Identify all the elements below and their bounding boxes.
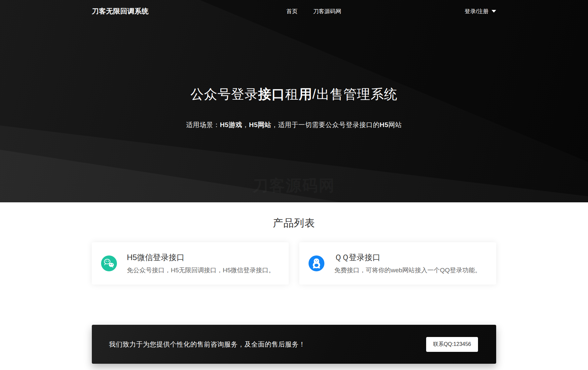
hero-title-segment: /出售管理系统 bbox=[312, 87, 397, 101]
hero-title-segment: 租 bbox=[285, 87, 299, 101]
nav-item-source-site[interactable]: 刀客源码网 bbox=[313, 8, 341, 15]
hero-subtitle-segment: ， bbox=[242, 121, 249, 128]
product-card-qq[interactable]: ＱＱ登录接口 免费接口，可将你的web网站接入一个QQ登录功能。 bbox=[299, 242, 496, 285]
nav-item-home[interactable]: 首页 bbox=[286, 8, 298, 15]
products-section: 产品列表 H5微信登录接口 免公众号接口，H5无限回调接口，H5微信登录接 bbox=[0, 202, 588, 364]
wechat-icon bbox=[101, 255, 117, 271]
hero-subtitle-segment: H5游戏 bbox=[220, 121, 242, 128]
chevron-down-icon bbox=[492, 10, 496, 13]
hero-title-segment: 用 bbox=[299, 87, 312, 101]
product-card-desc: 免费接口，可将你的web网站接入一个QQ登录功能。 bbox=[334, 266, 481, 275]
background-watermark: 刀客源码网 bbox=[253, 175, 335, 196]
card-text: H5微信登录接口 免公众号接口，H5无限回调接口，H5微信登录接口。 bbox=[127, 252, 275, 275]
hero-subtitle-segment: 适用场景： bbox=[186, 121, 220, 128]
products-heading: 产品列表 bbox=[0, 216, 588, 230]
qq-icon bbox=[309, 255, 324, 271]
contact-qq-button[interactable]: 联系QQ:123456 bbox=[426, 337, 478, 352]
hero-subtitle-segment: ，适用于一切需要公众号登录接口的 bbox=[271, 121, 380, 128]
product-card-title: ＱＱ登录接口 bbox=[334, 252, 481, 263]
site-logo[interactable]: 刀客无限回调系统 bbox=[92, 7, 149, 16]
login-register-label: 登录/注册 bbox=[464, 8, 489, 15]
hero-title: 公众号登录接口租用/出售管理系统 bbox=[0, 85, 588, 103]
hero-subtitle: 适用场景：H5游戏，H5网站，适用于一切需要公众号登录接口的H5网站 bbox=[0, 120, 588, 129]
hero-content: 公众号登录接口租用/出售管理系统 适用场景：H5游戏，H5网站，适用于一切需要公… bbox=[0, 22, 588, 129]
hero-subtitle-segment: H5 bbox=[380, 121, 388, 128]
product-card-desc: 免公众号接口，H5无限回调接口，H5微信登录接口。 bbox=[127, 266, 275, 275]
hero-title-segment: 公众号登录 bbox=[190, 87, 258, 101]
card-text: ＱＱ登录接口 免费接口，可将你的web网站接入一个QQ登录功能。 bbox=[334, 252, 481, 275]
contact-banner: 我们致力于为您提供个性化的售前咨询服务，及全面的售后服务！ 联系QQ:12345… bbox=[92, 325, 496, 364]
product-card-wechat[interactable]: H5微信登录接口 免公众号接口，H5无限回调接口，H5微信登录接口。 bbox=[92, 242, 289, 285]
product-cards: H5微信登录接口 免公众号接口，H5无限回调接口，H5微信登录接口。 ＱＱ登录接… bbox=[92, 242, 496, 285]
hero-subtitle-segment: 网站 bbox=[388, 121, 402, 128]
main-nav: 首页 刀客源码网 bbox=[286, 8, 341, 15]
hero-section: 刀客无限回调系统 首页 刀客源码网 登录/注册 公众号登录接口租用/出售管理系统… bbox=[0, 0, 588, 202]
top-navbar: 刀客无限回调系统 首页 刀客源码网 登录/注册 bbox=[0, 0, 588, 22]
hero-title-segment: 接口 bbox=[258, 87, 285, 101]
product-card-title: H5微信登录接口 bbox=[127, 252, 275, 263]
hero-subtitle-segment: H5网站 bbox=[249, 121, 272, 128]
contact-message: 我们致力于为您提供个性化的售前咨询服务，及全面的售后服务！ bbox=[109, 340, 306, 349]
login-register-menu[interactable]: 登录/注册 bbox=[464, 8, 496, 15]
